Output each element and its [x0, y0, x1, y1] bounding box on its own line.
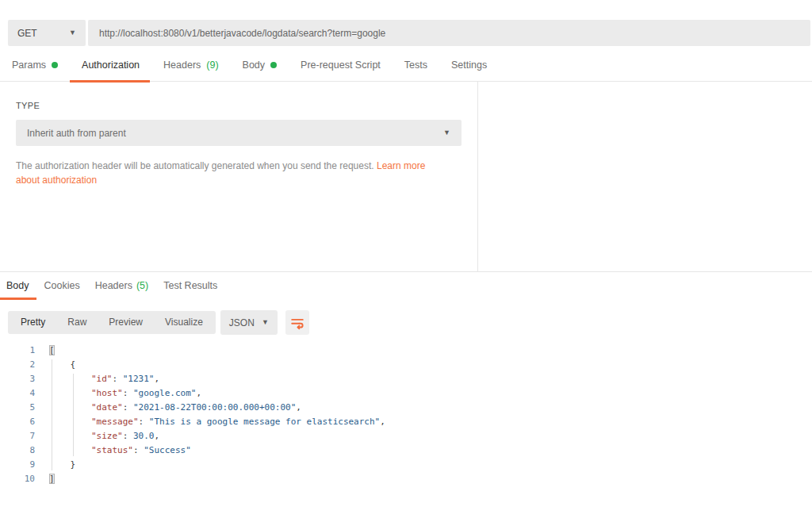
- view-mode-pretty[interactable]: Pretty: [10, 311, 56, 334]
- code-token: :: [123, 388, 133, 398]
- code-token: "This is a google message for elasticsea…: [149, 417, 380, 427]
- tab-label: Cookies: [44, 280, 80, 291]
- request-tab-settings[interactable]: Settings: [451, 60, 487, 81]
- code-line: 9 }: [0, 458, 812, 472]
- code-token: :: [139, 417, 149, 427]
- code-line: 7 "size": 30.0,: [0, 429, 812, 443]
- tab-label: Headers: [95, 280, 132, 291]
- line-number: 4: [0, 386, 35, 401]
- code-token: ]: [49, 474, 55, 484]
- code-line: 3 "id": "1231",: [0, 372, 812, 386]
- code-token: [49, 388, 91, 398]
- code-token: [49, 445, 91, 455]
- chevron-down-icon: ▼: [443, 129, 450, 136]
- tab-label: Headers: [163, 60, 201, 71]
- auth-type-value: Inherit auth from parent: [27, 128, 126, 139]
- postman-request-view: GET ▼ http://localhost:8080/v1/betterjav…: [0, 20, 812, 526]
- line-number: 9: [0, 458, 35, 472]
- code-token: ,: [380, 417, 385, 427]
- code-line-content: "host": "google.com",: [35, 386, 201, 401]
- line-number: 5: [0, 401, 35, 415]
- tab-count: (5): [136, 280, 148, 291]
- code-line-content: {: [35, 358, 75, 372]
- request-tab-pre-request-script[interactable]: Pre-request Script: [301, 60, 381, 81]
- tab-label: Settings: [451, 60, 487, 71]
- code-token: "size": [91, 431, 123, 441]
- view-mode-raw[interactable]: Raw: [56, 311, 98, 334]
- code-token: ,: [196, 388, 201, 398]
- chevron-down-icon: ▼: [69, 29, 76, 36]
- code-line-content: "message": "This is a google message for…: [35, 415, 385, 429]
- code-token: "google.com": [133, 388, 196, 398]
- code-line-content: "date": "2021-08-22T00:00:00.000+00:00",: [35, 401, 301, 415]
- line-number: 6: [0, 415, 35, 429]
- tab-label: Authorization: [82, 60, 140, 71]
- language-label: JSON: [229, 317, 255, 328]
- line-number: 7: [0, 429, 35, 443]
- code-token: "date": [91, 402, 123, 413]
- line-number: 3: [0, 372, 35, 386]
- response-tab-body[interactable]: Body: [6, 280, 29, 300]
- language-dropdown[interactable]: JSON ▼: [220, 310, 278, 335]
- response-body-viewer[interactable]: 1[2 {3 "id": "1231",4 "host": "google.co…: [0, 344, 812, 486]
- green-status-dot: [52, 62, 58, 68]
- code-token: "id": [91, 374, 113, 384]
- code-line-content: }: [35, 458, 75, 472]
- tab-label: Body: [243, 60, 266, 71]
- response-section: BodyCookiesHeaders(5)Test Results Pretty…: [0, 271, 812, 486]
- view-mode-visualize[interactable]: Visualize: [154, 311, 214, 334]
- code-token: :: [133, 445, 144, 455]
- tab-label: Tests: [404, 60, 427, 71]
- authorization-pane: TYPE Inherit auth from parent ▼ The auth…: [0, 82, 478, 271]
- code-token: }: [49, 459, 75, 470]
- code-token: "2021-08-22T00:00:00.000+00:00": [133, 402, 296, 413]
- code-line: 1[: [0, 344, 812, 358]
- url-input[interactable]: http://localhost:8080/v1/betterjavacode/…: [88, 20, 810, 46]
- code-line: 10]: [0, 472, 812, 486]
- empty-right-pane: [478, 82, 812, 271]
- auth-type-dropdown[interactable]: Inherit auth from parent ▼: [16, 120, 462, 146]
- code-line: 6 "message": "This is a google message f…: [0, 415, 812, 429]
- code-token: [49, 402, 91, 413]
- request-editor-panes: TYPE Inherit auth from parent ▼ The auth…: [0, 82, 812, 271]
- indent-guide: [73, 374, 74, 456]
- response-tab-headers[interactable]: Headers(5): [95, 280, 149, 300]
- request-tab-authorization[interactable]: Authorization: [82, 60, 140, 81]
- wrap-text-icon: [290, 316, 304, 330]
- request-tabs: ParamsAuthorizationHeaders(9)BodyPre-req…: [0, 60, 812, 82]
- line-number: 2: [0, 358, 35, 372]
- request-tab-body[interactable]: Body: [243, 60, 278, 81]
- code-line: 5 "date": "2021-08-22T00:00:00.000+00:00…: [0, 401, 812, 415]
- wrap-text-button[interactable]: [285, 310, 309, 335]
- code-token: "message": [91, 417, 139, 427]
- line-number: 1: [0, 344, 35, 358]
- code-token: [49, 374, 91, 384]
- code-token: [49, 431, 91, 441]
- request-tab-tests[interactable]: Tests: [404, 60, 427, 81]
- code-token: [: [49, 345, 55, 355]
- request-tab-params[interactable]: Params: [12, 60, 58, 81]
- line-number: 8: [0, 443, 35, 458]
- method-dropdown[interactable]: GET ▼: [8, 20, 86, 46]
- code-line-content: [: [35, 344, 55, 358]
- response-tab-cookies[interactable]: Cookies: [44, 280, 80, 300]
- tab-label: Test Results: [163, 280, 217, 291]
- response-tab-test-results[interactable]: Test Results: [163, 280, 217, 300]
- code-line: 2 {: [0, 358, 812, 372]
- auth-type-label: TYPE: [16, 101, 477, 110]
- auth-help-text: The authorization header will be automat…: [16, 159, 450, 187]
- view-mode-preview[interactable]: Preview: [98, 311, 154, 334]
- tab-count: (9): [206, 60, 218, 71]
- code-token: ,: [154, 431, 159, 441]
- request-tab-headers[interactable]: Headers(9): [163, 60, 219, 81]
- code-token: :: [112, 374, 122, 384]
- code-token: ,: [296, 402, 301, 413]
- tab-label: Pre-request Script: [301, 60, 381, 71]
- code-token: "status": [91, 445, 133, 455]
- view-mode-switcher: PrettyRawPreviewVisualize: [8, 311, 216, 334]
- url-value: http://localhost:8080/v1/betterjavacode/…: [99, 28, 385, 39]
- code-token: ,: [154, 374, 159, 384]
- code-line-content: "status": "Success": [35, 443, 191, 458]
- line-number: 10: [0, 472, 35, 486]
- response-tabs: BodyCookiesHeaders(5)Test Results: [0, 272, 812, 300]
